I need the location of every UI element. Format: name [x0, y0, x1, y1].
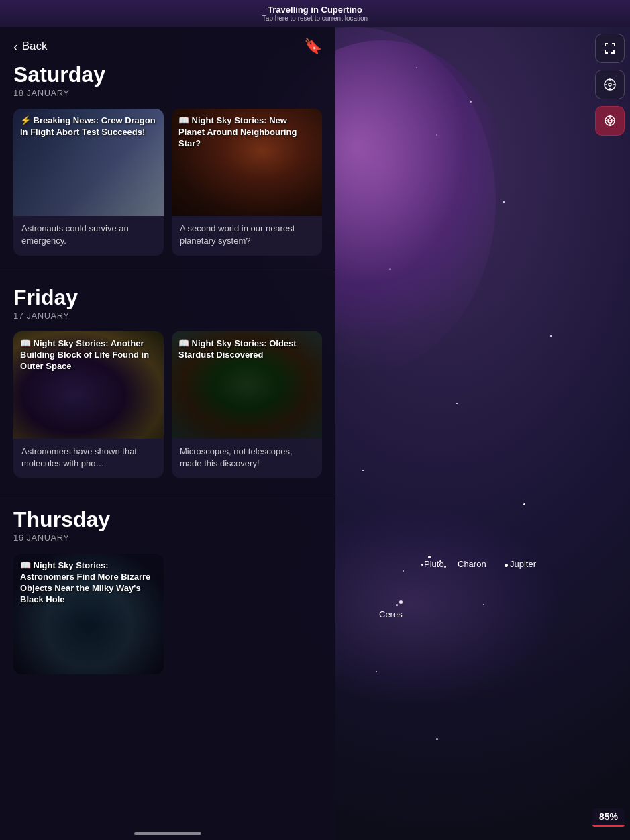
saturday-section: Saturday 18 JANUARY ⚡ Breaking News: Cre… — [0, 63, 335, 272]
zoom-indicator: 85% — [592, 808, 625, 827]
thursday-section: Thursday 16 JANUARY 📖 Night Sky Stories:… — [0, 508, 335, 690]
black-hole-image: 📖 Night Sky Stories: Astronomers Find Mo… — [13, 554, 164, 674]
new-planet-overlay: 📖 Night Sky Stories: New Planet Around N… — [172, 109, 322, 216]
building-block-title: 📖 Night Sky Stories: Another Building Bl… — [20, 338, 157, 372]
scroll-indicator — [134, 832, 201, 835]
news-card-oldest-stardust[interactable]: 📖 Night Sky Stories: Oldest Stardust Dis… — [172, 331, 322, 478]
ceres-label: Ceres — [379, 609, 403, 619]
new-planet-title: 📖 Night Sky Stories: New Planet Around N… — [178, 115, 315, 150]
news-card-building-block[interactable]: 📖 Night Sky Stories: Another Building Bl… — [13, 331, 164, 478]
compass-icon — [603, 78, 617, 91]
zoom-bar — [592, 825, 625, 827]
thursday-date: 16 JANUARY — [13, 533, 322, 543]
oldest-stardust-overlay: 📖 Night Sky Stories: Oldest Stardust Dis… — [172, 331, 322, 439]
charon-label: Charon — [458, 559, 486, 569]
back-button[interactable]: ‹ Back — [13, 39, 47, 54]
news-panel[interactable]: ‹ Back 🔖 Saturday 18 JANUARY ⚡ Breaking … — [0, 27, 335, 840]
news-card-crew-dragon[interactable]: ⚡ Breaking News: Crew Dragon In Flight A… — [13, 109, 164, 255]
friday-news-grid: 📖 Night Sky Stories: Another Building Bl… — [13, 331, 322, 478]
jupiter-dot — [505, 564, 508, 567]
oldest-stardust-desc: Microscopes, not telescopes, made this d… — [172, 439, 322, 478]
friday-day-name: Friday — [13, 286, 322, 309]
star-dot-3 — [444, 566, 446, 568]
divider-2 — [0, 494, 335, 494]
svg-point-1 — [609, 83, 611, 86]
crew-dragon-title: ⚡ Breaking News: Crew Dragon In Flight A… — [20, 115, 157, 138]
right-toolbar: + — [595, 34, 625, 136]
compass-button[interactable] — [595, 70, 625, 99]
banner-title: Travelling in Cupertino — [268, 5, 362, 15]
bookmark-icon[interactable]: 🔖 — [304, 38, 322, 55]
news-card-new-planet[interactable]: 📖 Night Sky Stories: New Planet Around N… — [172, 109, 322, 255]
back-label: Back — [22, 40, 48, 53]
crew-dragon-image: ⚡ Breaking News: Crew Dragon In Flight A… — [13, 109, 164, 216]
thursday-news-grid: 📖 Night Sky Stories: Astronomers Find Mo… — [13, 554, 322, 674]
oldest-stardust-title: 📖 Night Sky Stories: Oldest Stardust Dis… — [178, 338, 315, 361]
fit-view-icon — [603, 42, 617, 55]
pluto-dot — [421, 564, 423, 566]
back-chevron-icon: ‹ — [13, 39, 18, 54]
svg-text:+: + — [609, 117, 613, 123]
oldest-stardust-image: 📖 Night Sky Stories: Oldest Stardust Dis… — [172, 331, 322, 439]
fit-view-button[interactable] — [595, 34, 625, 63]
building-block-image: 📖 Night Sky Stories: Another Building Bl… — [13, 331, 164, 439]
ceres-dot — [396, 604, 398, 606]
divider-1 — [0, 272, 335, 272]
target-button[interactable]: + — [595, 106, 625, 136]
friday-section: Friday 17 JANUARY 📖 Night Sky Stories: A… — [0, 286, 335, 494]
saturday-news-grid: ⚡ Breaking News: Crew Dragon In Flight A… — [13, 109, 322, 255]
new-planet-image: 📖 Night Sky Stories: New Planet Around N… — [172, 109, 322, 216]
jupiter-label: Jupiter — [510, 559, 536, 569]
black-hole-overlay: 📖 Night Sky Stories: Astronomers Find Mo… — [13, 554, 164, 674]
zoom-value: 85% — [592, 808, 625, 825]
news-card-black-hole[interactable]: 📖 Night Sky Stories: Astronomers Find Mo… — [13, 554, 164, 674]
top-banner[interactable]: Travelling in Cupertino Tap here to rese… — [0, 0, 630, 27]
star-dot-1 — [428, 556, 431, 558]
banner-subtitle: Tap here to reset to current location — [262, 15, 368, 22]
thursday-day-name: Thursday — [13, 508, 322, 531]
crew-dragon-overlay: ⚡ Breaking News: Crew Dragon In Flight A… — [13, 109, 164, 216]
new-planet-desc: A second world in our nearest planetary … — [172, 216, 322, 255]
building-block-overlay: 📖 Night Sky Stories: Another Building Bl… — [13, 331, 164, 439]
saturday-day-name: Saturday — [13, 63, 322, 87]
friday-date: 17 JANUARY — [13, 311, 322, 321]
target-icon: + — [603, 114, 617, 127]
saturday-date: 18 JANUARY — [13, 88, 322, 98]
star-dot-2 — [439, 560, 441, 562]
crew-dragon-desc: Astronauts could survive an emergency. — [13, 216, 164, 255]
black-hole-title: 📖 Night Sky Stories: Astronomers Find Mo… — [20, 560, 157, 606]
panel-header: ‹ Back 🔖 — [0, 27, 335, 63]
building-block-desc: Astronomers have shown that molecules wi… — [13, 439, 164, 478]
star-dot-ceres — [399, 600, 403, 604]
star-map-panel[interactable]: Jupiter Pluto Charon Ceres — [335, 27, 630, 840]
